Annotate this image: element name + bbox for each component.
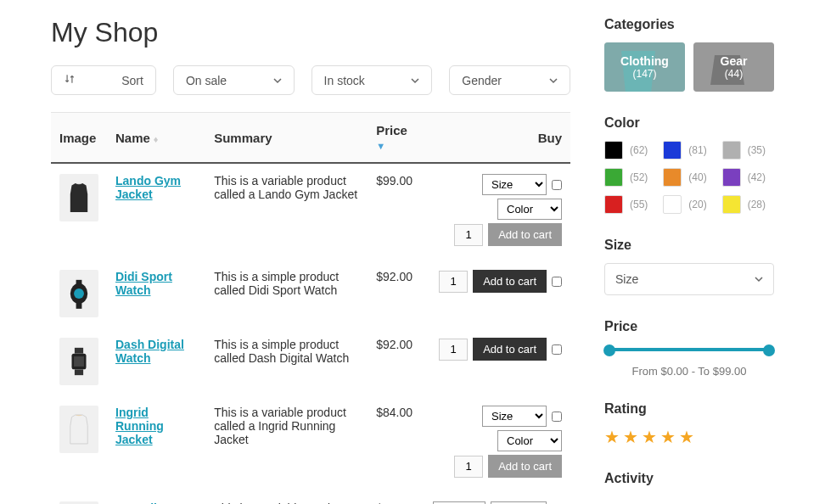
categories-heading: Categories	[604, 17, 774, 32]
add-to-cart-button[interactable]: Add to cart	[473, 338, 547, 361]
table-row: Ingrid Running Jacket This is a variable…	[51, 395, 570, 491]
swatch-count: (20)	[688, 199, 706, 210]
product-summary: This is a variable product called a Land…	[205, 163, 368, 260]
size-select[interactable]: Size	[482, 174, 547, 195]
product-thumb[interactable]	[59, 174, 98, 221]
product-link[interactable]: Ingrid Running Jacket	[115, 406, 164, 446]
filter-bar: Sort On sale In stock Gender	[51, 65, 570, 95]
slider-thumb-max[interactable]	[763, 344, 775, 356]
rating-filter[interactable]: ★ ★ ★ ★ ★	[604, 427, 774, 447]
color-swatch[interactable]: (81)	[663, 141, 715, 160]
product-thumb[interactable]	[59, 270, 98, 317]
row-checkbox[interactable]	[552, 180, 562, 190]
product-summary: This is a simple product called Dash Dig…	[205, 328, 368, 395]
color-swatch[interactable]: (52)	[604, 168, 656, 187]
table-row: Zeppelin Yoga Pant This is a variable pr…	[51, 491, 570, 504]
category-card[interactable]: Clothing(147)	[604, 42, 685, 92]
swatch-box	[722, 141, 741, 160]
color-swatch[interactable]: (55)	[604, 195, 656, 214]
rating-heading: Rating	[604, 401, 774, 417]
star-icon[interactable]: ★	[642, 427, 657, 447]
row-checkbox[interactable]	[552, 412, 562, 422]
chevron-down-icon	[411, 74, 419, 87]
sort-button[interactable]: Sort	[51, 65, 156, 95]
product-link[interactable]: Didi Sport Watch	[115, 270, 172, 297]
product-price: $92.00	[368, 260, 424, 328]
svg-rect-7	[75, 369, 83, 375]
instock-label: In stock	[324, 74, 365, 87]
color-swatch[interactable]: (28)	[722, 195, 774, 214]
sort-icon	[64, 73, 76, 87]
swatch-box	[663, 141, 682, 160]
add-to-cart-button[interactable]: Add to cart	[473, 270, 547, 293]
product-price: $82.00	[368, 491, 424, 504]
swatch-box	[604, 168, 623, 187]
category-name: Gear	[697, 54, 771, 68]
color-swatch[interactable]: (42)	[722, 168, 774, 187]
product-price: $99.00	[368, 163, 424, 260]
onsale-filter[interactable]: On sale	[173, 65, 295, 95]
swatch-count: (52)	[630, 171, 648, 183]
gender-filter[interactable]: Gender	[449, 65, 570, 95]
slider-thumb-min[interactable]	[603, 344, 615, 356]
swatch-box	[663, 195, 682, 214]
color-select[interactable]: Color	[497, 199, 562, 220]
sort-indicator-icon: ♦	[154, 134, 159, 144]
size-select[interactable]: Size	[604, 263, 774, 295]
add-to-cart-button[interactable]: Add to cart	[488, 223, 562, 246]
swatch-count: (42)	[748, 171, 766, 183]
category-count: (147)	[608, 68, 682, 80]
category-card[interactable]: Gear(44)	[693, 42, 774, 92]
sort-asc-icon: ▼	[376, 141, 385, 151]
col-buy: Buy	[424, 113, 570, 164]
product-summary: This is a variable product called a Zepp…	[205, 491, 368, 504]
price-heading: Price	[604, 319, 774, 334]
price-range-label: From $0.00 - To $99.00	[604, 365, 774, 378]
product-link[interactable]: Dash Digital Watch	[115, 338, 184, 365]
chevron-down-icon	[549, 74, 558, 87]
product-table: Image Name♦ Summary Price ▼ Buy Lando Gy…	[51, 112, 570, 504]
table-row: Dash Digital Watch This is a simple prod…	[51, 328, 570, 395]
product-link[interactable]: Lando Gym Jacket	[115, 174, 181, 201]
quantity-input[interactable]	[439, 339, 468, 361]
star-icon[interactable]: ★	[604, 427, 620, 447]
row-checkbox[interactable]	[552, 344, 562, 355]
slider-track	[609, 348, 769, 351]
size-select[interactable]: Size	[482, 406, 547, 427]
star-icon[interactable]: ★	[660, 427, 676, 447]
product-thumb[interactable]	[59, 406, 98, 453]
instock-filter[interactable]: In stock	[311, 65, 433, 95]
col-image[interactable]: Image	[51, 113, 107, 164]
gender-label: Gender	[462, 74, 502, 87]
swatch-count: (81)	[688, 144, 706, 156]
product-thumb[interactable]	[59, 338, 98, 385]
star-icon[interactable]: ★	[679, 427, 694, 447]
product-price: $92.00	[368, 328, 424, 395]
color-swatch[interactable]: (20)	[663, 195, 715, 214]
product-summary: This is a simple product called Didi Spo…	[205, 260, 368, 328]
swatch-count: (62)	[630, 144, 648, 156]
quantity-input[interactable]	[454, 224, 483, 246]
col-price[interactable]: Price ▼	[368, 113, 424, 164]
price-slider[interactable]	[609, 344, 769, 355]
swatch-box	[722, 168, 741, 187]
quantity-input[interactable]	[454, 456, 483, 478]
col-name[interactable]: Name♦	[107, 113, 205, 164]
color-heading: Color	[604, 115, 774, 131]
col-summary[interactable]: Summary	[205, 113, 368, 164]
page-title: My Shop	[51, 17, 570, 48]
quantity-input[interactable]	[439, 271, 468, 293]
svg-rect-2	[76, 280, 82, 286]
color-select[interactable]: Color	[497, 430, 562, 451]
color-swatch[interactable]: (62)	[604, 141, 656, 160]
row-checkbox[interactable]	[552, 277, 562, 287]
color-swatch[interactable]: (35)	[722, 141, 774, 160]
product-price: $84.00	[368, 395, 424, 491]
add-to-cart-button[interactable]: Add to cart	[488, 455, 562, 478]
color-swatch[interactable]: (40)	[663, 168, 715, 187]
star-icon[interactable]: ★	[623, 427, 638, 447]
onsale-label: On sale	[186, 74, 227, 87]
swatch-box	[604, 141, 623, 160]
table-row: Didi Sport Watch This is a simple produc…	[51, 260, 570, 328]
chevron-down-icon	[273, 74, 282, 87]
